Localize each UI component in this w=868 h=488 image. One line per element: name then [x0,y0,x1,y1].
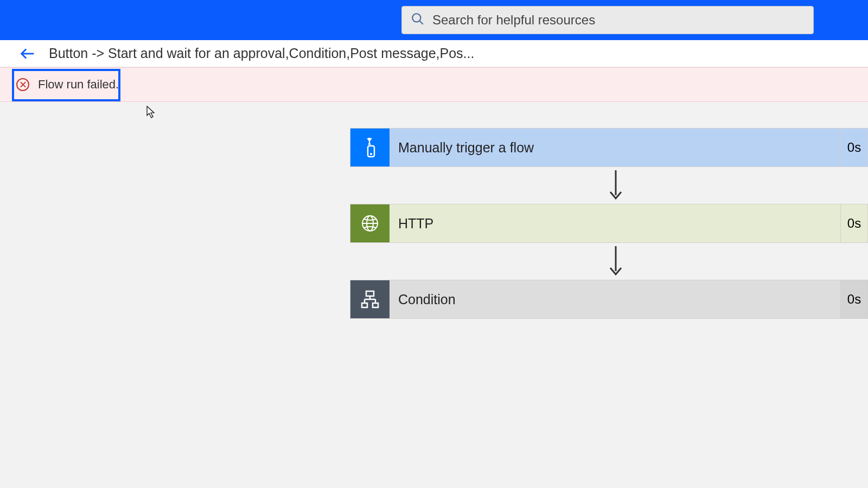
header-bar [0,0,868,40]
svg-rect-10 [366,291,374,296]
arrow-left-icon [18,44,37,63]
arrow-down-icon [608,169,624,202]
error-message: Flow run failed. [38,78,119,92]
search-box[interactable] [401,6,814,34]
breadcrumb-title: Button -> Start and wait for an approval… [49,46,474,61]
error-icon [16,78,29,91]
flow-connector [350,243,868,280]
step-label: HTTP [390,204,840,242]
svg-point-4 [370,153,372,155]
svg-point-0 [412,14,420,22]
flow-step-trigger[interactable]: Manually trigger a flow 0s [350,128,868,167]
svg-rect-16 [373,303,378,307]
arrow-down-icon [608,245,624,278]
error-banner: Flow run failed. [0,67,868,102]
svg-line-1 [419,21,423,24]
step-duration: 0s [840,204,867,242]
flow-step-condition[interactable]: Condition 0s [350,280,868,319]
back-button[interactable] [18,44,37,63]
svg-rect-15 [362,303,367,307]
trigger-icon [350,129,390,166]
step-label: Manually trigger a flow [390,129,840,166]
step-duration: 0s [840,129,867,166]
step-duration: 0s [840,280,867,318]
http-icon [350,204,390,242]
search-icon [411,12,432,28]
condition-icon [350,280,390,318]
breadcrumb-bar: Button -> Start and wait for an approval… [0,40,868,67]
step-label: Condition [390,280,840,318]
search-input[interactable] [432,12,805,28]
flow-canvas: Manually trigger a flow 0s HTTP 0s [0,102,868,319]
flow-connector [350,167,868,204]
flow-step-http[interactable]: HTTP 0s [350,204,868,243]
